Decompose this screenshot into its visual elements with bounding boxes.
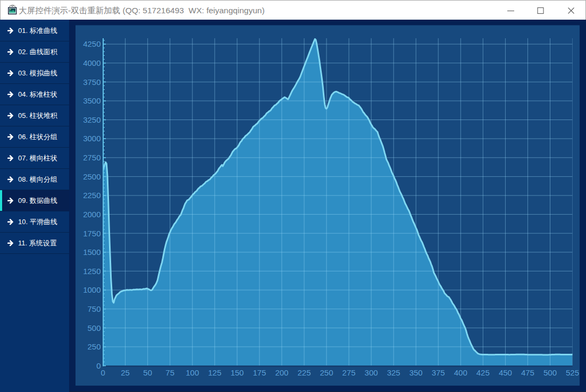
svg-text:1250: 1250 (83, 267, 101, 276)
svg-text:1500: 1500 (83, 248, 101, 257)
svg-text:400: 400 (454, 368, 467, 377)
svg-text:200: 200 (275, 368, 288, 377)
svg-text:75: 75 (165, 368, 174, 377)
svg-text:0: 0 (101, 368, 105, 377)
svg-text:350: 350 (409, 368, 423, 377)
svg-text:3500: 3500 (83, 96, 101, 105)
svg-text:175: 175 (253, 368, 266, 377)
svg-text:475: 475 (521, 368, 534, 377)
svg-text:50: 50 (143, 368, 152, 377)
svg-text:250: 250 (87, 342, 101, 351)
svg-text:2250: 2250 (83, 191, 101, 200)
svg-text:500: 500 (543, 368, 557, 377)
svg-text:0: 0 (96, 361, 101, 370)
svg-text:3750: 3750 (83, 78, 101, 87)
svg-text:100: 100 (186, 368, 199, 377)
svg-text:375: 375 (432, 368, 445, 377)
svg-text:3250: 3250 (83, 115, 101, 124)
svg-text:2500: 2500 (83, 172, 101, 181)
svg-text:500: 500 (87, 323, 101, 333)
svg-text:525: 525 (566, 368, 579, 377)
svg-text:300: 300 (365, 368, 378, 377)
svg-text:3000: 3000 (83, 134, 101, 143)
svg-text:1750: 1750 (83, 229, 101, 238)
svg-text:125: 125 (208, 368, 221, 377)
svg-text:425: 425 (476, 368, 490, 377)
svg-text:4250: 4250 (83, 39, 101, 48)
svg-text:250: 250 (320, 368, 333, 377)
svg-text:2750: 2750 (83, 153, 101, 162)
svg-text:225: 225 (297, 368, 311, 377)
svg-text:1000: 1000 (83, 285, 101, 294)
svg-text:750: 750 (87, 304, 101, 313)
svg-text:450: 450 (499, 368, 512, 377)
svg-text:2000: 2000 (83, 210, 101, 219)
svg-text:150: 150 (230, 368, 244, 377)
svg-text:275: 275 (342, 368, 356, 377)
svg-text:4000: 4000 (83, 58, 101, 67)
svg-text:325: 325 (387, 368, 400, 377)
svg-text:25: 25 (121, 368, 130, 377)
